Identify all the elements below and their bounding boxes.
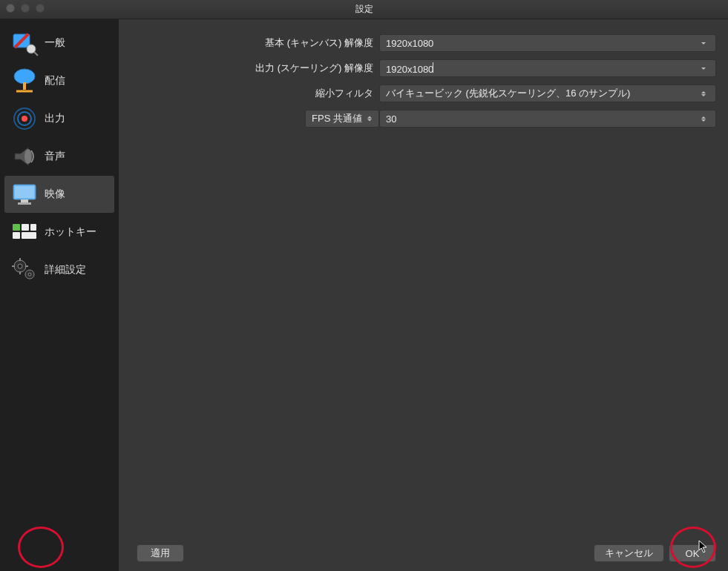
sidebar-item-label: 音声 bbox=[45, 150, 65, 163]
svg-point-24 bbox=[28, 273, 31, 276]
sidebar-item-general[interactable]: 一般 bbox=[4, 24, 114, 62]
sidebar: 一般 配信 出力 bbox=[0, 19, 119, 571]
stream-icon bbox=[9, 66, 40, 96]
sidebar-item-label: 出力 bbox=[45, 112, 65, 125]
output-icon bbox=[9, 104, 40, 133]
svg-line-4 bbox=[34, 52, 38, 56]
audio-icon bbox=[9, 142, 40, 171]
fps-value-select[interactable]: 30 bbox=[379, 110, 716, 128]
svg-rect-20 bbox=[22, 232, 36, 239]
titlebar: 設定 bbox=[0, 0, 728, 19]
spinner-arrows-icon bbox=[698, 91, 709, 96]
sidebar-item-video[interactable]: 映像 bbox=[4, 176, 114, 213]
sidebar-item-label: 一般 bbox=[45, 36, 65, 50]
sidebar-item-stream[interactable]: 配信 bbox=[4, 62, 114, 99]
fps-type-value: FPS 共通値 bbox=[312, 112, 362, 125]
svg-point-10 bbox=[22, 116, 27, 122]
spinner-arrows-icon bbox=[698, 116, 709, 122]
sidebar-item-output[interactable]: 出力 bbox=[4, 100, 114, 137]
svg-rect-6 bbox=[23, 82, 26, 90]
minimize-icon bbox=[21, 4, 30, 13]
base-resolution-label: 基本 (キャンバス) 解像度 bbox=[131, 36, 379, 50]
base-resolution-value: 1920x1080 bbox=[386, 38, 433, 49]
sidebar-item-label: ホットキー bbox=[45, 225, 96, 239]
ok-button[interactable]: OK bbox=[669, 544, 716, 562]
svg-rect-16 bbox=[13, 224, 20, 231]
svg-rect-15 bbox=[18, 202, 31, 205]
downscale-filter-label: 縮小フィルタ bbox=[131, 87, 379, 100]
main-panel: 基本 (キャンバス) 解像度 1920x1080 出力 (スケーリング) 解像度… bbox=[119, 19, 728, 571]
sidebar-item-advanced[interactable]: 詳細設定 bbox=[4, 251, 114, 288]
sidebar-item-audio[interactable]: 音声 bbox=[4, 138, 114, 175]
hotkeys-icon bbox=[9, 217, 40, 247]
window-controls bbox=[6, 4, 45, 13]
fps-value: 30 bbox=[386, 113, 396, 125]
downscale-filter-select[interactable]: バイキュービック (先鋭化スケーリング、16 のサンプル) bbox=[379, 85, 716, 102]
spinner-arrows-icon bbox=[364, 116, 376, 122]
cancel-button[interactable]: キャンセル bbox=[594, 544, 664, 562]
svg-rect-14 bbox=[21, 199, 28, 202]
gears-icon bbox=[9, 255, 40, 285]
output-resolution-combo[interactable]: 1920x1080 bbox=[379, 59, 716, 77]
base-resolution-combo[interactable]: 1920x1080 bbox=[379, 34, 716, 52]
svg-rect-17 bbox=[22, 224, 29, 231]
downscale-filter-value: バイキュービック (先鋭化スケーリング、16 のサンプル) bbox=[386, 87, 630, 100]
svg-point-22 bbox=[18, 264, 22, 268]
sidebar-item-label: 映像 bbox=[45, 188, 65, 201]
svg-rect-19 bbox=[13, 232, 20, 239]
maximize-icon bbox=[36, 4, 45, 13]
output-resolution-label: 出力 (スケーリング) 解像度 bbox=[131, 62, 379, 75]
chevron-down-icon bbox=[698, 42, 709, 44]
close-icon[interactable] bbox=[6, 4, 15, 13]
sidebar-item-label: 詳細設定 bbox=[45, 263, 86, 277]
chevron-down-icon bbox=[698, 67, 709, 70]
sidebar-item-hotkeys[interactable]: ホットキー bbox=[4, 214, 114, 251]
general-icon bbox=[9, 28, 40, 58]
output-resolution-value: 1920x1080 bbox=[386, 62, 433, 75]
svg-rect-13 bbox=[15, 186, 34, 198]
svg-point-5 bbox=[14, 69, 35, 84]
window-title: 設定 bbox=[355, 3, 373, 16]
svg-rect-18 bbox=[30, 224, 36, 231]
video-icon bbox=[9, 179, 40, 209]
sidebar-item-label: 配信 bbox=[45, 74, 65, 88]
fps-type-select[interactable]: FPS 共通値 bbox=[305, 110, 379, 128]
